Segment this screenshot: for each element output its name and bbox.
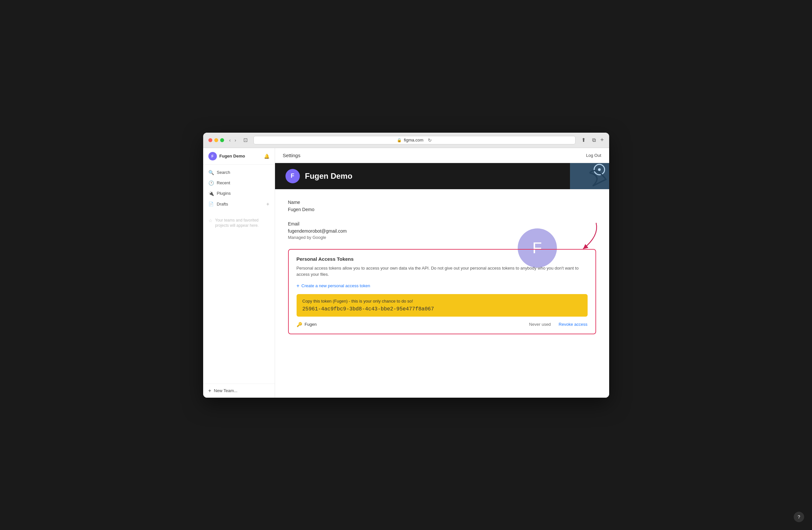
token-name: 🔑 Fugen <box>296 322 317 327</box>
sidebar-item-search[interactable]: 🔍 Search <box>203 167 275 178</box>
nav-buttons: ‹ › <box>228 137 237 143</box>
plugins-icon: 🔌 <box>208 191 214 196</box>
teams-placeholder-text: Your teams and favorited projects will a… <box>215 218 270 229</box>
plus-icon: + <box>296 283 300 289</box>
sidebar-nav: 🔍 Search 🕐 Recent 🔌 Plugins 📄 Drafts <box>203 165 275 212</box>
email-label: Email <box>288 221 596 227</box>
notification-bell-icon[interactable]: 🔔 <box>264 154 270 159</box>
back-button[interactable]: ‹ <box>228 137 232 143</box>
sidebar-bottom: + New Team... <box>203 384 275 398</box>
logout-button[interactable]: Log Out <box>586 153 601 158</box>
create-token-label: Create a new personal access token <box>302 283 370 288</box>
new-team-plus-icon: + <box>208 388 211 394</box>
token-name-text: Fugen <box>305 322 317 327</box>
create-token-link[interactable]: + Create a new personal access token <box>296 283 588 289</box>
sidebar-drafts-label: Drafts <box>217 202 228 206</box>
share-button[interactable]: ⬆ <box>579 136 588 144</box>
top-bar: Settings Log Out <box>275 148 609 163</box>
forward-button[interactable]: › <box>233 137 237 143</box>
name-section: Name Fugen Demo <box>288 200 596 212</box>
profile-banner-avatar: F <box>286 169 300 183</box>
avatar: F <box>208 152 217 160</box>
revoke-access-button[interactable]: Revoke access <box>559 322 587 327</box>
banner-decoration-icon <box>570 163 609 189</box>
token-status: Never used <box>529 322 551 327</box>
browser-window: ‹ › ⊡ 🔒 figma.com ↻ ⬆ ⧉ + F Fugen Demo <box>203 133 609 398</box>
tokens-box: Personal Access Tokens Personal access t… <box>288 249 596 334</box>
sidebar: F Fugen Demo 🔔 🔍 Search 🕐 Recent 🔌 Plug <box>203 148 275 398</box>
sidebar-item-plugins[interactable]: 🔌 Plugins <box>203 188 275 199</box>
name-value: Fugen Demo <box>288 207 596 212</box>
settings-content: F Name Fugen Demo Email fugendemorobot@g… <box>275 189 609 347</box>
page-title: Settings <box>283 153 301 158</box>
token-value[interactable]: 25961-4ac9fbc9-3bd8-4c43-bbe2-95e477f8a0… <box>303 306 582 312</box>
new-team-button[interactable]: + New Team... <box>208 388 270 394</box>
app-container: F Fugen Demo 🔔 🔍 Search 🕐 Recent 🔌 Plug <box>203 148 609 398</box>
sidebar-item-recent[interactable]: 🕐 Recent <box>203 178 275 188</box>
user-info: F Fugen Demo <box>208 152 245 160</box>
new-team-label: New Team... <box>214 388 237 393</box>
reload-button[interactable]: ↻ <box>428 138 432 143</box>
name-label: Name <box>288 200 596 205</box>
search-icon: 🔍 <box>208 170 214 175</box>
close-button[interactable] <box>208 138 212 142</box>
sidebar-plugins-label: Plugins <box>217 191 231 196</box>
token-actions: Never used Revoke access <box>529 322 588 327</box>
profile-banner-name: Fugen Demo <box>305 172 352 181</box>
tokens-title: Personal Access Tokens <box>296 256 588 262</box>
url-text: figma.com <box>404 138 423 142</box>
sidebar-header: F Fugen Demo 🔔 <box>203 148 275 165</box>
sidebar-toggle-button[interactable]: ⊡ <box>241 136 249 144</box>
tokens-description: Personal access tokens allow you to acce… <box>296 265 588 278</box>
traffic-lights <box>208 138 224 142</box>
url-bar[interactable]: 🔒 figma.com ↻ <box>253 136 576 144</box>
browser-actions: ⬆ ⧉ + <box>579 136 604 144</box>
add-tab-button[interactable]: + <box>600 137 604 143</box>
key-icon: 🔑 <box>296 322 302 327</box>
sidebar-item-drafts[interactable]: 📄 Drafts + <box>203 199 275 210</box>
recent-icon: 🕐 <box>208 181 214 186</box>
svg-rect-2 <box>570 163 609 189</box>
main-content: Settings Log Out F Fugen Demo <box>275 148 609 398</box>
sidebar-teams-placeholder: ☆ Your teams and favorited projects will… <box>203 212 275 234</box>
user-name: Fugen Demo <box>219 154 245 158</box>
token-row: 🔑 Fugen Never used Revoke access <box>296 322 588 327</box>
profile-banner: F Fugen Demo <box>275 163 609 189</box>
star-icon: ☆ <box>208 218 213 224</box>
lock-icon: 🔒 <box>397 138 402 142</box>
help-button[interactable]: ? <box>794 512 804 522</box>
sidebar-search-label: Search <box>217 170 230 175</box>
token-copy-notice: Copy this token (Fugen) - this is your o… <box>303 299 582 303</box>
token-highlight-box: Copy this token (Fugen) - this is your o… <box>296 294 588 317</box>
minimize-button[interactable] <box>214 138 218 142</box>
maximize-button[interactable] <box>220 138 224 142</box>
browser-chrome: ‹ › ⊡ 🔒 figma.com ↻ ⬆ ⧉ + <box>203 133 609 148</box>
add-draft-icon[interactable]: + <box>266 201 269 207</box>
new-window-button[interactable]: ⧉ <box>590 137 598 144</box>
drafts-icon: 📄 <box>208 202 214 206</box>
tokens-container: Personal Access Tokens Personal access t… <box>288 249 596 334</box>
sidebar-recent-label: Recent <box>217 181 230 185</box>
